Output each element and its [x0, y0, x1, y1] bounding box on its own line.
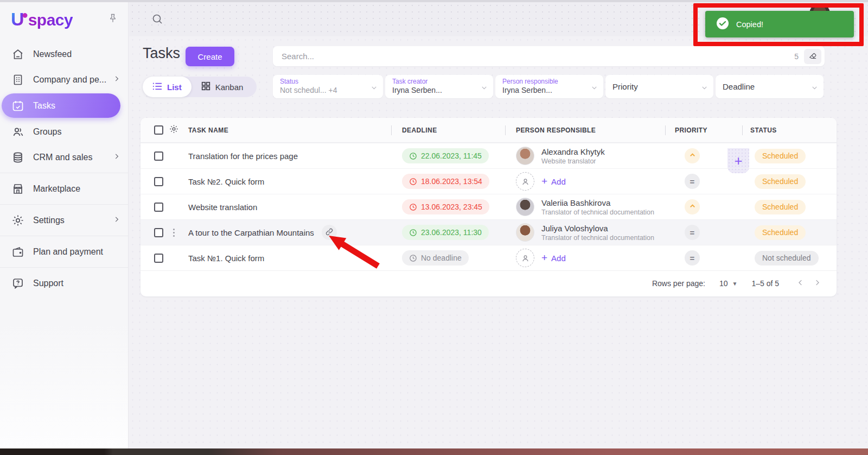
column-header-deadline[interactable]: DEADLINE	[391, 127, 505, 134]
priority-indicator[interactable]: =	[685, 148, 700, 163]
deadline-chip: No deadline	[402, 250, 469, 266]
priority-indicator[interactable]: =	[685, 199, 700, 214]
avatar	[516, 198, 534, 216]
filter-label: Status	[280, 78, 369, 85]
sidebar-item-newsfeed[interactable]: Newsfeed	[0, 41, 128, 67]
person-responsible-cell[interactable]: Juliya VoloshylovaTranslator of technica…	[516, 223, 665, 242]
filter-value: Priority	[612, 78, 699, 96]
priority-indicator[interactable]: =	[685, 174, 700, 189]
chevron-down-icon	[481, 84, 488, 93]
column-header-task-name[interactable]: TASK NAME	[184, 127, 391, 134]
calendar-check-icon	[11, 99, 24, 112]
table-row[interactable]: Translation for the prices page 22.06.20…	[141, 143, 837, 168]
column-divider	[742, 125, 743, 135]
table-row[interactable]: A tour to the Carpathian Mountains 23.06…	[141, 219, 837, 245]
chevron-down-icon	[811, 84, 818, 93]
filter-status[interactable]: Status Not schedul...+4	[273, 75, 383, 98]
next-page-button[interactable]	[810, 279, 825, 289]
sidebar-item-plan[interactable]: Plan and payment	[0, 239, 128, 264]
sidebar-item-marketplace[interactable]: Marketplace	[0, 176, 128, 201]
row-checkbox[interactable]	[154, 203, 163, 212]
filter-deadline[interactable]: Deadline	[716, 75, 824, 98]
sidebar-item-groups[interactable]: Groups	[0, 119, 128, 144]
task-name[interactable]: Translation for the prices page	[188, 151, 298, 161]
database-icon	[11, 151, 24, 164]
sidebar-item-label: Groups	[33, 127, 120, 137]
person-responsible-cell[interactable]: Valeriia BashkirovaTranslator of technic…	[516, 198, 665, 216]
sidebar-item-label: Plan and payment	[33, 247, 120, 257]
add-person-button[interactable]: +Add	[541, 175, 566, 187]
column-divider	[505, 125, 506, 135]
table-row[interactable]: Website translation 13.06.2023, 23:45 Va…	[141, 194, 837, 219]
main-content: Tasks Create 5 List Kanban Status Not sc…	[129, 36, 868, 448]
sidebar-item-label: Support	[33, 279, 120, 288]
row-menu-icon[interactable]	[173, 229, 175, 237]
search-input[interactable]	[282, 52, 794, 61]
priority-indicator[interactable]: =	[685, 225, 700, 240]
filter-priority[interactable]: Priority	[605, 75, 713, 98]
pagination-range: 1–5 of 5	[752, 279, 780, 288]
select-all-checkbox[interactable]	[154, 125, 163, 135]
filter-label: Task creator	[392, 78, 479, 85]
priority-indicator[interactable]: =	[685, 250, 700, 266]
columns-settings-icon[interactable]	[169, 124, 179, 136]
tab-kanban-view[interactable]: Kanban	[192, 77, 253, 97]
status-badge: Not scheduled	[755, 251, 819, 266]
column-header-person[interactable]: PERSON RESPONSIBLE	[505, 127, 665, 134]
sidebar-item-tasks[interactable]: Tasks	[2, 93, 120, 118]
task-name[interactable]: Task №2. Quick form	[188, 177, 264, 186]
wallet-icon	[11, 245, 24, 258]
sidebar-item-label: Marketplace	[33, 184, 120, 194]
task-name[interactable]: Task №1. Quick form	[188, 254, 264, 263]
deadline-chip: 22.06.2023, 11:45	[402, 148, 489, 163]
filter-value: Iryna Serben...	[392, 86, 479, 94]
deadline-chip: 18.06.2023, 13:54	[402, 174, 489, 189]
table-row[interactable]: Task №1. Quick form No deadline +Add = N…	[141, 245, 837, 270]
tab-label: List	[167, 83, 182, 92]
chevron-down-icon	[591, 84, 598, 93]
table-row[interactable]: Task №2. Quick form 18.06.2023, 13:54 +A…	[141, 168, 837, 194]
row-checkbox[interactable]	[154, 228, 163, 237]
chevron-right-icon	[113, 75, 120, 85]
sidebar-item-settings[interactable]: Settings	[0, 207, 128, 233]
uspacy-logo: U●spacy	[11, 9, 73, 30]
task-name[interactable]: A tour to the Carpathian Mountains	[188, 228, 314, 237]
filter-task-creator[interactable]: Task creator Iryna Serben...	[385, 75, 493, 98]
toast-message: Copied!	[736, 20, 763, 29]
previous-page-button[interactable]	[793, 279, 808, 289]
global-search-icon[interactable]	[151, 12, 164, 28]
priority-normal-icon: =	[690, 177, 695, 186]
gear-icon	[11, 214, 24, 227]
row-checkbox[interactable]	[154, 177, 163, 186]
person-responsible-cell[interactable]: +Add	[516, 249, 665, 267]
column-header-status[interactable]: STATUS	[742, 127, 837, 134]
kanban-grid-icon	[201, 81, 210, 92]
filter-extra-count: +4	[329, 86, 337, 94]
column-divider	[391, 125, 392, 135]
person-responsible-cell[interactable]: Alexandra KhytykWebsite translator +	[516, 147, 665, 165]
add-person-button[interactable]: +Add	[541, 252, 566, 264]
pagination-bar: Rows per page: 10▼ 1–5 of 5	[141, 270, 837, 296]
tab-list-view[interactable]: List	[143, 77, 192, 97]
filter-person-responsible[interactable]: Person responsible Iryna Serben...	[495, 75, 603, 98]
create-task-button[interactable]: Create	[186, 47, 234, 66]
sidebar-item-label: CRM and sales	[33, 153, 113, 162]
rows-per-page-select[interactable]: 10▼	[719, 279, 737, 288]
pin-sidebar-icon[interactable]	[107, 13, 118, 26]
person-role: Translator of technical documentation	[541, 234, 654, 242]
sidebar-item-support[interactable]: Support	[0, 270, 128, 296]
sidebar-item-crm[interactable]: CRM and sales	[0, 144, 128, 170]
annotation-arrow	[327, 233, 381, 271]
person-role: Translator of technical documentation	[541, 208, 654, 216]
sidebar-item-company[interactable]: Company and pe...	[0, 67, 128, 92]
task-name[interactable]: Website translation	[188, 203, 257, 212]
sidebar-item-label: Tasks	[33, 101, 113, 111]
tasks-search-bar: 5	[273, 46, 825, 66]
row-checkbox[interactable]	[154, 254, 163, 263]
clear-filters-button[interactable]	[804, 49, 821, 64]
person-responsible-cell[interactable]: +Add	[516, 172, 665, 191]
sidebar-divider	[0, 173, 128, 173]
row-checkbox[interactable]	[154, 151, 163, 161]
table-header: TASK NAME DEADLINE PERSON RESPONSIBLE PR…	[141, 118, 837, 143]
column-header-priority[interactable]: PRIORITY	[665, 127, 742, 134]
